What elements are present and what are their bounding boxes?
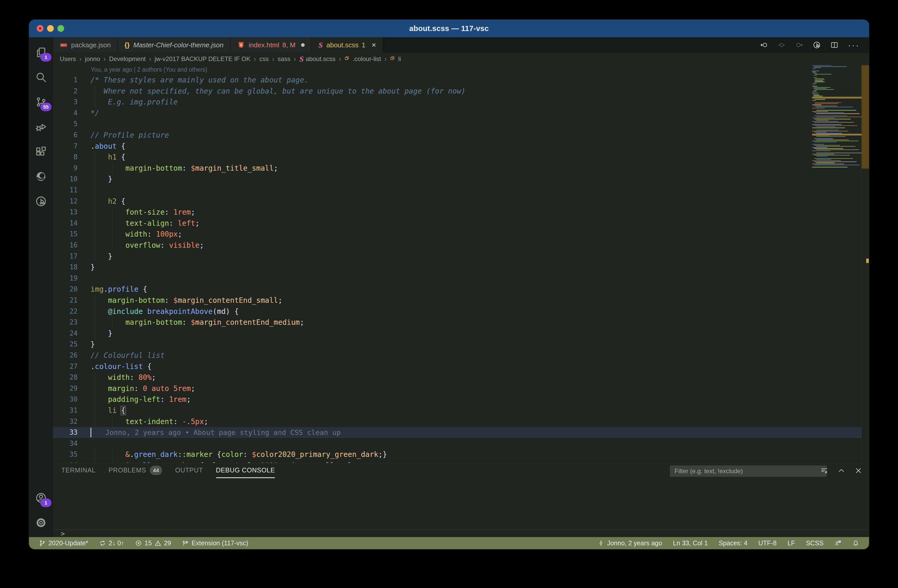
- line-number[interactable]: 36: [53, 460, 78, 463]
- line-number[interactable]: 14: [53, 218, 78, 229]
- line-number[interactable]: 10: [53, 173, 78, 185]
- scrollbar-thumb[interactable]: [861, 65, 869, 169]
- activity-bar-item-search[interactable]: [29, 64, 53, 89]
- code-line[interactable]: 22 @include breakpointAbove(md) {: [53, 306, 861, 317]
- breadcrumb-segment[interactable]: Development: [109, 55, 146, 63]
- debug-console-input[interactable]: >: [53, 530, 869, 537]
- line-number[interactable]: 6: [53, 129, 78, 141]
- code-line[interactable]: 7.about {: [53, 141, 861, 152]
- code-line[interactable]: 21 margin-bottom: $margin_contentEnd_sma…: [53, 295, 861, 306]
- status-item-feedback[interactable]: [834, 540, 841, 547]
- code-line[interactable]: 34: [53, 438, 861, 449]
- breadcrumb-segment[interactable]: Sabout.scss: [300, 55, 335, 63]
- code-line[interactable]: 12 h2 {: [53, 196, 861, 207]
- code-line[interactable]: 35 &.green_dark::marker {color: $color20…: [53, 449, 861, 460]
- code-line[interactable]: 5: [53, 118, 861, 129]
- line-number[interactable]: 16: [53, 240, 78, 251]
- line-number[interactable]: 27: [53, 361, 78, 372]
- code-line[interactable]: 28 width: 80%;: [53, 372, 861, 383]
- code-line[interactable]: 17 }: [53, 251, 861, 262]
- code-line[interactable]: 10 }: [53, 173, 861, 185]
- code-line[interactable]: 15 width: 100px;: [53, 229, 861, 240]
- code-line[interactable]: 29 margin: 0 auto 5rem;: [53, 383, 861, 394]
- code-line[interactable]: 18}: [53, 262, 861, 273]
- code-line[interactable]: 3 E.g. img.profile: [53, 97, 861, 107]
- code-area[interactable]: 1/* These styles are mainly used on the …: [53, 74, 861, 463]
- code-line[interactable]: 13 font-size: 1rem;: [53, 207, 861, 218]
- code-line[interactable]: 20img.profile {: [53, 284, 861, 295]
- activity-bar-item-gitlens[interactable]: [29, 189, 53, 213]
- status-item-problems-status[interactable]: 1529: [135, 539, 171, 547]
- gitlens-graph-icon[interactable]: [813, 41, 821, 49]
- activity-bar-item-run-and-debug[interactable]: [29, 114, 53, 139]
- status-item-debug-target[interactable]: Extension (117-vsc): [182, 539, 248, 547]
- line-number[interactable]: 15: [53, 229, 78, 240]
- line-number[interactable]: 30: [53, 394, 78, 405]
- code-line[interactable]: 16 overflow: visible;: [53, 240, 861, 251]
- code-line[interactable]: 33Jonno, 2 years ago • About page stylin…: [53, 427, 861, 438]
- close-icon[interactable]: ×: [372, 41, 376, 49]
- line-number[interactable]: 4: [53, 107, 78, 119]
- line-number[interactable]: 24: [53, 328, 78, 339]
- line-number[interactable]: 17: [53, 251, 78, 262]
- activity-bar-item-extensions[interactable]: [29, 139, 53, 164]
- line-number[interactable]: 26: [53, 350, 78, 361]
- editor-tab-about.scss[interactable]: Sabout.scss1×: [312, 37, 383, 53]
- status-item-cursor-position[interactable]: Ln 33, Col 1: [673, 539, 708, 547]
- code-line[interactable]: 4*/: [53, 107, 861, 119]
- line-number[interactable]: 28: [53, 372, 78, 383]
- line-number[interactable]: 5: [53, 118, 78, 129]
- editor-tab-package.json[interactable]: package.json: [53, 37, 118, 53]
- line-number[interactable]: 8: [53, 152, 78, 163]
- line-number[interactable]: 29: [53, 383, 78, 394]
- line-number[interactable]: 13: [53, 207, 78, 218]
- close-panel-icon[interactable]: [855, 467, 862, 474]
- code-line[interactable]: 27.colour-list {: [53, 361, 861, 372]
- line-number[interactable]: 32: [53, 416, 78, 427]
- activity-bar-item-edge-devtools[interactable]: [29, 164, 53, 189]
- clear-filter-icon[interactable]: [820, 467, 828, 474]
- code-line[interactable]: 19: [53, 273, 861, 284]
- line-number[interactable]: 1: [53, 74, 78, 86]
- line-number[interactable]: 25: [53, 339, 78, 350]
- code-line[interactable]: 31 li {: [53, 405, 861, 416]
- maximize-panel-icon[interactable]: [838, 467, 845, 474]
- code-line[interactable]: 23 margin-bottom: $margin_contentEnd_med…: [53, 317, 861, 328]
- line-number[interactable]: 7: [53, 141, 78, 152]
- more-actions-icon[interactable]: ···: [848, 40, 860, 50]
- minimap[interactable]: [812, 65, 861, 210]
- gitlens-previous-change-icon[interactable]: [760, 41, 768, 49]
- activity-bar-item-explorer[interactable]: 1: [29, 40, 53, 64]
- breadcrumb-segment[interactable]: li: [390, 55, 401, 63]
- line-number[interactable]: 20: [53, 284, 78, 295]
- code-line[interactable]: 14 text-align: left;: [53, 218, 861, 229]
- status-item-indentation[interactable]: Spaces: 4: [719, 539, 747, 547]
- breadcrumb-segment[interactable]: jw-v2017 BACKUP DELETE IF OK: [155, 55, 251, 63]
- code-line[interactable]: 30 padding-left: 1rem;: [53, 394, 861, 405]
- overview-ruler[interactable]: [861, 65, 869, 463]
- code-line[interactable]: 36 &.yellow::marker {color: $color2020_p…: [53, 460, 861, 463]
- breadcrumb-segment[interactable]: .colour-list: [344, 55, 381, 63]
- panel-tab-output[interactable]: OUTPUT: [175, 463, 203, 478]
- split-editor-icon[interactable]: [830, 41, 838, 49]
- code-line[interactable]: 26// Colourful list: [53, 350, 861, 361]
- code-editor[interactable]: You, a year ago | 2 authors (You and oth…: [53, 65, 869, 463]
- code-line[interactable]: 2 Where not specified, they can be globa…: [53, 86, 861, 97]
- code-line[interactable]: 9 margin-bottom: $margin_title_small;: [53, 163, 861, 174]
- panel-tab-problems[interactable]: PROBLEMS44: [109, 463, 162, 478]
- line-number[interactable]: 12: [53, 196, 78, 207]
- status-item-encoding[interactable]: UTF-8: [758, 539, 777, 547]
- line-number[interactable]: 31: [53, 405, 78, 416]
- status-item-branch-status[interactable]: 2020-Update*: [39, 539, 88, 547]
- gitlens-compare-icon[interactable]: [778, 41, 786, 49]
- activity-bar-item-accounts[interactable]: 1: [29, 485, 53, 510]
- editor-tab-Master-Chief-color-theme.json[interactable]: {}Master-Chief-color-theme.json: [118, 37, 231, 53]
- line-number[interactable]: 2: [53, 86, 78, 97]
- code-line[interactable]: 1/* These styles are mainly used on the …: [53, 74, 861, 86]
- line-number[interactable]: 34: [53, 438, 78, 449]
- status-item-language-mode[interactable]: SCSS: [806, 539, 824, 547]
- line-number[interactable]: 21: [53, 295, 78, 306]
- activity-bar-item-settings[interactable]: [29, 510, 53, 535]
- breadcrumb-segment[interactable]: sass: [278, 55, 291, 63]
- line-number[interactable]: 22: [53, 306, 78, 317]
